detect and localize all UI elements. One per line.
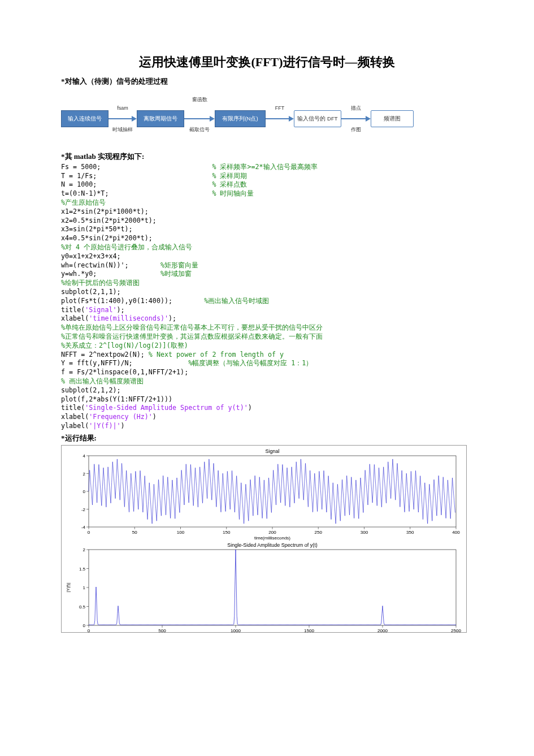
diagram-box-sequence: 有限序列(N点) <box>215 110 266 127</box>
arrow-label: 描点 <box>346 106 366 111</box>
process-diagram: 输入连续信号 fsam 时域抽样 离散周期信号 窗函数 截取信号 有限序列(N点… <box>61 96 468 141</box>
svg-text:2500: 2500 <box>451 628 461 632</box>
arrow-label: 窗函数 <box>190 97 209 102</box>
svg-text:0.5: 0.5 <box>79 604 86 610</box>
svg-text:400: 400 <box>452 530 460 535</box>
svg-text:150: 150 <box>223 530 231 535</box>
arrow-label: fsam <box>111 106 134 111</box>
svg-text:2: 2 <box>83 472 86 477</box>
diagram-box-spectrum: 频谱图 <box>371 110 414 127</box>
svg-text:1: 1 <box>83 585 86 590</box>
svg-text:4: 4 <box>83 453 86 459</box>
svg-text:100: 100 <box>177 530 185 535</box>
section-heading-result: *运行结果: <box>61 433 473 443</box>
svg-text:50: 50 <box>132 530 137 535</box>
svg-text:2000: 2000 <box>377 628 388 632</box>
matlab-code-block: Fs = 5000; % 采样频率>=2*输入信号最高频率T = 1/Fs; %… <box>61 163 473 431</box>
svg-text:2: 2 <box>83 547 86 552</box>
diagram-box-dft: 输入信号的 DFT <box>294 110 341 127</box>
svg-text:Single-Sided Amplitude Spectru: Single-Sided Amplitude Spectrum of y(t) <box>227 542 318 548</box>
svg-text:-4: -4 <box>81 525 86 530</box>
svg-rect-31 <box>89 550 456 625</box>
arrow-icon <box>266 115 294 123</box>
arrow-label: 截取信号 <box>185 127 214 132</box>
svg-text:1000: 1000 <box>231 628 241 632</box>
svg-text:1.5: 1.5 <box>79 567 86 572</box>
svg-text:|Y(f)|: |Y(f)| <box>66 583 71 593</box>
svg-text:300: 300 <box>361 530 368 535</box>
result-figure: Signal050100150200250300350400-4-2024tim… <box>61 445 467 633</box>
svg-text:time(milliseconds): time(milliseconds) <box>254 535 290 541</box>
svg-text:350: 350 <box>406 530 414 535</box>
svg-text:250: 250 <box>315 530 323 535</box>
svg-text:-2: -2 <box>81 507 86 512</box>
svg-text:0: 0 <box>88 628 90 632</box>
diagram-box-input: 输入连续信号 <box>61 110 108 127</box>
arrow-icon <box>108 115 137 123</box>
page-title: 运用快速傅里叶变换(FFT)进行信号时—频转换 <box>61 54 473 71</box>
section-heading-code: *其 matlab 实现程序如下: <box>61 152 473 162</box>
arrow-label: FFT <box>270 106 289 111</box>
arrow-label: 时域抽样 <box>108 127 137 132</box>
svg-text:500: 500 <box>158 628 166 632</box>
svg-text:Signal: Signal <box>265 448 279 454</box>
svg-text:1500: 1500 <box>304 628 314 632</box>
svg-text:200: 200 <box>268 530 276 535</box>
arrow-icon <box>341 115 371 123</box>
arrow-icon <box>184 115 215 123</box>
svg-text:0: 0 <box>88 530 90 535</box>
diagram-box-discrete: 离散周期信号 <box>137 110 184 127</box>
svg-text:0: 0 <box>83 489 86 494</box>
svg-text:0: 0 <box>83 623 86 628</box>
arrow-label: 作图 <box>346 127 366 132</box>
section-heading-process: *对输入（待测）信号的处理过程 <box>61 76 473 87</box>
result-charts-svg: Signal050100150200250300350400-4-2024tim… <box>62 446 465 632</box>
